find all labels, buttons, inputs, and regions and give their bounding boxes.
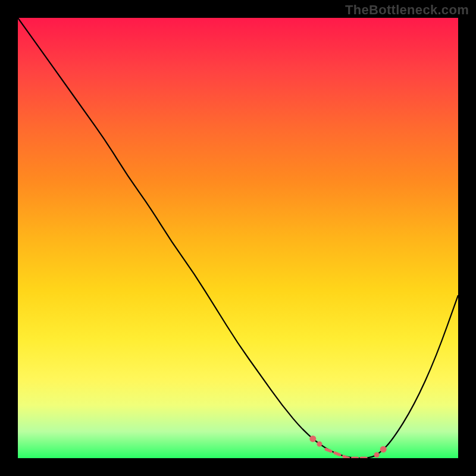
svg-point-3	[380, 446, 387, 453]
svg-point-2	[374, 452, 380, 458]
svg-point-1	[317, 441, 322, 447]
watermark-text: TheBottleneck.com	[345, 2, 469, 18]
chart-frame: TheBottleneck.com	[0, 0, 476, 476]
plot-area	[18, 18, 458, 458]
highlight-markers	[18, 18, 458, 458]
svg-point-0	[309, 436, 316, 442]
